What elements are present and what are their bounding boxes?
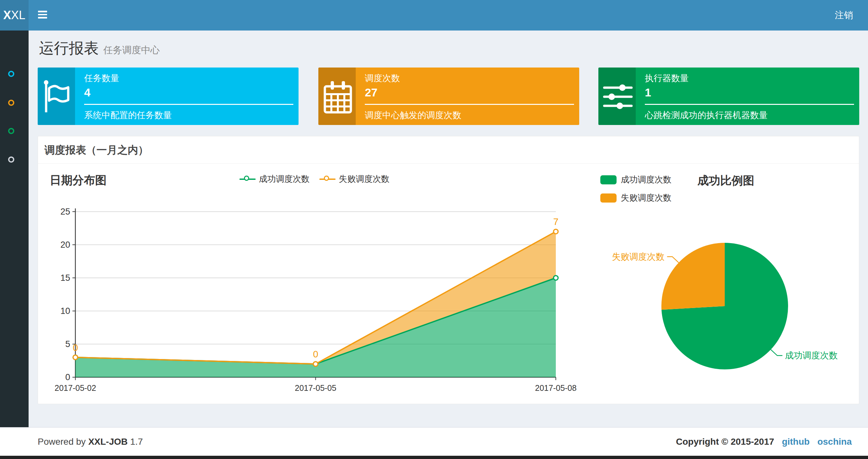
pie-slice[interactable]: [661, 243, 725, 310]
flag-icon: [38, 67, 75, 125]
info-box-executor-count: 执行器数量 1 心跳检测成功的执行器机器数量: [598, 67, 859, 125]
app-logo[interactable]: XXL: [0, 0, 29, 31]
panel-header: 调度报表（一月之内）: [38, 136, 859, 164]
fail-point[interactable]: [554, 229, 558, 234]
y-axis-label: 20: [60, 240, 70, 250]
x-axis-label: 2017-05-02: [55, 383, 96, 392]
success-ratio-pie-chart: 成功调度次数失败调度次数: [598, 195, 861, 403]
logout-link[interactable]: 注销: [835, 0, 853, 31]
app-logo-rest: XL: [11, 8, 25, 22]
pie-slice-label: 成功调度次数: [785, 351, 837, 360]
info-box-value: 1: [645, 86, 854, 100]
footer-right: Copyright © 2015-2017 github oschina: [676, 436, 852, 447]
info-box-value: 27: [365, 86, 574, 100]
oschina-link[interactable]: oschina: [817, 436, 852, 447]
info-box-task-count: 任务数量 4 系统中配置的任务数量: [38, 67, 299, 125]
x-axis-label: 2017-05-08: [535, 383, 577, 392]
success-point[interactable]: [554, 275, 558, 280]
top-navbar: XXL 注销: [0, 0, 868, 31]
sidebar-item-circle-orange[interactable]: [8, 100, 14, 106]
info-box-trigger-count: 调度次数 27 调度中心触发的调度次数: [318, 67, 579, 125]
fail-point[interactable]: [73, 355, 78, 360]
line-legend-marker-icon: [319, 175, 336, 184]
point-value-label: 0: [73, 342, 78, 353]
line-chart-legend: 成功调度次数 失败调度次数: [240, 173, 390, 185]
sidebar-toggle-button[interactable]: [38, 11, 48, 20]
x-axis-label: 2017-05-05: [295, 383, 337, 392]
content-header: 运行报表任务调度中心: [39, 38, 160, 59]
page-title: 运行报表: [39, 40, 99, 57]
footer-version: 1.7: [130, 436, 143, 447]
point-value-label: 7: [553, 217, 558, 227]
panel-title: 调度报表（一月之内）: [44, 136, 149, 164]
pie-chart-title: 成功比例图: [698, 173, 754, 188]
y-axis-label: 0: [65, 372, 70, 382]
sidebar-item-circle-aqua[interactable]: [8, 71, 14, 77]
line-chart-title: 日期分布图: [50, 173, 106, 188]
y-axis-label: 10: [60, 306, 70, 316]
page-subtitle: 任务调度中心: [103, 45, 160, 55]
info-box-description: 心跳检测成功的执行器机器数量: [645, 109, 854, 121]
legend-label: 失败调度次数: [339, 173, 390, 185]
divider: [84, 104, 293, 105]
info-box-value: 4: [84, 86, 293, 100]
footer-product: XXL-JOB: [88, 436, 128, 447]
info-box-label: 执行器数量: [645, 72, 854, 84]
pie-legend-swatch-icon: [600, 175, 617, 185]
pie-label-line: [771, 350, 782, 356]
y-axis-label: 25: [60, 207, 70, 217]
footer: Powered by XXL-JOB 1.7 Copyright © 2015-…: [0, 427, 868, 456]
legend-item-success[interactable]: 成功调度次数: [600, 174, 672, 185]
legend-item-fail[interactable]: 失败调度次数: [319, 173, 390, 185]
window-bottom-strip: [0, 456, 868, 459]
report-panel: 调度报表（一月之内） 日期分布图 成功调度次数 失败调度次数 051015202…: [38, 136, 859, 404]
pie-slice-label: 失败调度次数: [612, 252, 664, 262]
github-link[interactable]: github: [782, 436, 810, 447]
info-box-description: 调度中心触发的调度次数: [365, 109, 574, 121]
point-value-label: 0: [313, 349, 318, 359]
info-box-description: 系统中配置的任务数量: [84, 109, 293, 121]
sidebar-item-circle-green[interactable]: [8, 128, 14, 134]
footer-powered-by: Powered by XXL-JOB 1.7: [38, 436, 143, 447]
divider: [365, 104, 574, 105]
calendar-icon: [318, 67, 356, 125]
y-axis-label: 5: [65, 339, 70, 349]
xxl-job-dashboard: XXL 注销 运行报表任务调度中心 任务数量 4 系统中配置: [0, 0, 868, 459]
info-box-label: 调度次数: [365, 72, 574, 84]
legend-item-success[interactable]: 成功调度次数: [240, 173, 310, 185]
y-axis-label: 15: [60, 273, 70, 283]
legend-label: 成功调度次数: [621, 174, 672, 185]
line-legend-marker-icon: [240, 175, 256, 184]
fail-point[interactable]: [313, 362, 318, 366]
divider: [645, 104, 854, 105]
pie-label-line: [667, 257, 679, 263]
footer-copyright: Copyright © 2015-2017: [676, 436, 774, 447]
app-logo-bold: X: [3, 8, 11, 22]
sidebar-item-circle-gray[interactable]: [8, 157, 14, 163]
info-box-label: 任务数量: [84, 72, 293, 84]
date-distribution-chart: 05101520252017-05-022017-05-052017-05-08…: [38, 198, 590, 400]
legend-label: 成功调度次数: [259, 173, 310, 185]
sidebar: [0, 31, 29, 456]
hamburger-icon: [38, 11, 47, 12]
sliders-icon: [598, 67, 636, 125]
